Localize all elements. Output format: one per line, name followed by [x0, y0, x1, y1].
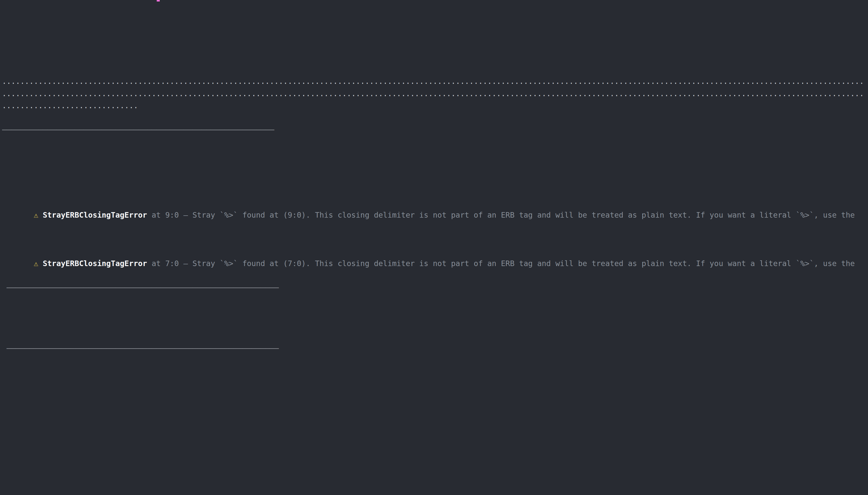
blank-row — [2, 330, 868, 343]
warning-icon: ⚠ — [34, 209, 38, 221]
prompt-status-line: herb-release-0.8.10 on herb-analyze-cli-… — [2, 464, 868, 476]
warning-icon: ⚠ — [34, 258, 38, 270]
error-file-line: views/avo/cards/_suspicious_signals_brea… — [2, 185, 868, 197]
summary-row-checked: Checked410 files — [2, 391, 868, 404]
summary-row-parser: Parser410 parsed | 2 strict — [2, 415, 868, 427]
prompt-input-line[interactable] — [2, 476, 868, 488]
progress-dots-line: ........................................… — [2, 88, 868, 100]
blank-row — [2, 221, 868, 233]
separator-line: ────────────────────────────────────────… — [2, 282, 868, 294]
error-detail-line: ⚠StrayERBClosingTagError at 9:0 – Stray … — [2, 197, 866, 221]
blank-row — [2, 39, 868, 51]
summary-row-duration: Duration263.06ms — [2, 440, 868, 452]
blank-row — [2, 136, 868, 148]
analyzing-line: Analyzing 410 files... — [2, 63, 868, 75]
blank-row — [2, 355, 868, 367]
summary-title: Summary: — [2, 367, 868, 379]
error-detail-line: ⚠StrayERBClosingTagError at 7:0 – Stray … — [2, 245, 866, 270]
error-name: StrayERBClosingTagError — [43, 210, 147, 219]
horizontal-rule: ────────────────────────────────────────… — [2, 125, 274, 134]
strict-section-subtitle: These files use HTML patterns like omitt… — [2, 160, 868, 172]
blank-row — [2, 294, 868, 306]
error-name: StrayERBClosingTagError — [43, 259, 147, 268]
horizontal-rule: ────────────────────────────────────────… — [6, 284, 279, 292]
blank-row — [2, 452, 868, 464]
app-banner: Herbv0.8.10 — [2, 27, 868, 39]
issue-summary-row: StrayERBClosingTagError(2 errors in 2 fi… — [2, 318, 868, 330]
progress-dots-line: .............................. — [2, 100, 868, 112]
blank-row — [2, 172, 868, 185]
error-file-line: views/avo/cards/_unavailable_videos_by_e… — [2, 233, 868, 245]
config-line: ✓Using Herb config file at/Users/marcoro… — [2, 51, 868, 63]
blank-row — [2, 270, 868, 282]
summary-row-engine: Engine408 compiled | 2 skipped — [2, 428, 868, 440]
separator-line: ────────────────────────────────────────… — [2, 124, 868, 136]
progress-dots: .............................. — [2, 101, 138, 110]
summary-row-version: Versionherb gem v0.8.10, libprism v1.9.0… — [2, 379, 868, 391]
summary-row-files: Files408 clean | 2 with issues — [2, 404, 868, 415]
cut-off-glyph-fragment — [157, 0, 160, 1]
blank-row — [2, 15, 868, 27]
strict-section-title: Strict mode parse errors: — [2, 148, 868, 160]
terminal: bundleexecexe/herbanalyze../rubyevents/a… — [0, 0, 868, 495]
horizontal-rule: ────────────────────────────────────────… — [6, 344, 279, 353]
progress-dots: ........................................… — [2, 89, 864, 98]
blank-row — [2, 112, 868, 124]
progress-dots: ........................................… — [2, 77, 864, 86]
command-line: bundleexecexe/herbanalyze../rubyevents/a… — [2, 2, 868, 15]
issue-summary-title: Issue summary: — [2, 306, 868, 318]
progress-dots-line: ........................................… — [2, 75, 868, 87]
separator-line: ────────────────────────────────────────… — [2, 343, 868, 355]
